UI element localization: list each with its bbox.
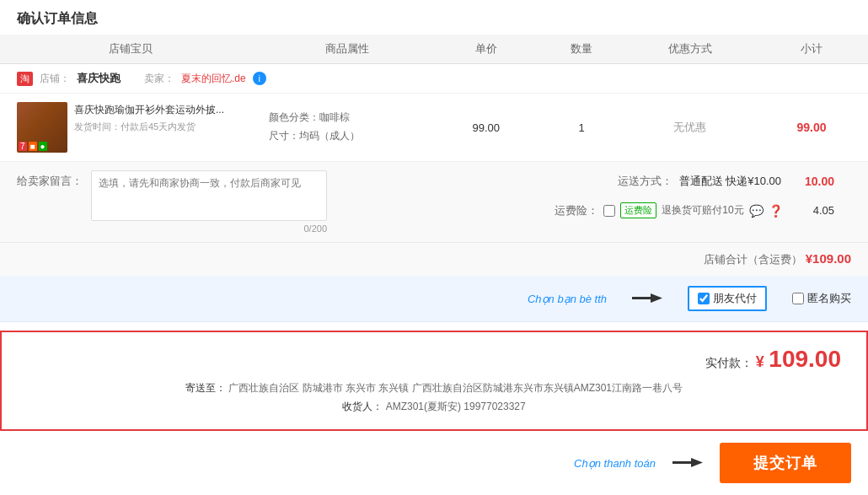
anon-checkbox[interactable] [792,293,804,304]
col-header-attrs: 商品属性 [260,35,434,64]
insurance-tag: 运费险 [620,202,656,218]
seller-name[interactable]: 夏末的回忆.de [181,72,246,86]
message-counter: 0/200 [91,223,327,234]
product-subtotal: 99.00 [755,94,868,162]
store-total-currency: ¥ [806,251,812,266]
shipping-price: 10.00 [805,175,834,188]
product-delivery: 发货时间：付款后45天内发货 [74,121,224,133]
store-total-price: 109.00 [812,251,851,266]
badge-green: ● [39,142,47,151]
product-attrs: 颜色分类：咖啡棕 尺寸：均码（成人） [260,109,434,145]
col-header-qty: 数量 [538,35,625,64]
shipping-options: 普通配送 快递¥10.00 [679,174,781,189]
help-icon[interactable]: ❓ [769,204,783,218]
product-row: 7 ■ ● 喜庆快跑瑜伽开衫外套运动外披... 发货时间：付款后45天内发货 颜… [0,94,868,162]
product-price: 99.00 [434,94,538,162]
store-total-row: 店铺合计（含运费） ¥109.00 [0,243,868,277]
insurance-price: 4.05 [813,204,834,217]
svg-rect-2 [672,461,693,464]
actual-amount: 109.00 [769,346,841,372]
col-header-product: 店铺宝贝 [0,35,260,64]
store-label: 店铺： [40,72,70,86]
col-header-discount: 优惠方式 [625,35,756,64]
friend-pay-option[interactable]: 朋友代付 [688,286,767,311]
actual-currency: ¥ [756,353,764,370]
submit-row: Chọn thanh toán 提交订单 [0,431,868,495]
product-discount: 无优惠 [625,94,756,162]
product-title: 喜庆快跑瑜伽开衫外套运动外披... [74,102,224,117]
page-title: 确认订单信息 [0,0,868,35]
product-image: 7 ■ ● [17,102,67,153]
store-name: 喜庆快跑 [77,71,121,86]
svg-marker-3 [691,458,703,467]
info-icon[interactable]: i [253,72,266,85]
submit-arrow-icon [672,455,703,471]
order-summary-box: 实付款： ¥ 109.00 寄送至： 广西壮族自治区 防城港市 东兴市 东兴镇 … [0,331,868,431]
col-header-price: 单价 [434,35,538,64]
anon-pay-option[interactable]: 匿名购买 [792,291,851,306]
insurance-desc: 退换货可赔付10元 [662,203,743,218]
message-shipping-row: 给卖家留言： 0/200 运送方式： 普通配送 快递¥10.00 10. [0,162,868,243]
shipping-label: 运送方式： [618,174,672,189]
col-header-subtotal: 小计 [755,35,868,64]
chon-thanh-toan-label: Chọn thanh toán [574,457,656,470]
friend-pay-label: 朋友代付 [713,291,757,306]
actual-label: 实付款： [705,356,753,369]
badge-orange: ■ [29,142,37,151]
anon-label: 匿名购买 [807,291,851,306]
friend-pay-checkbox[interactable] [698,293,710,304]
svg-rect-0 [632,297,652,299]
arrow-icon [632,290,662,307]
insurance-label: 运费险： [555,203,598,218]
payment-options-row: Chọn bạn bè tth 朋友代付 匿名购买 [0,276,868,322]
svg-marker-1 [651,293,662,303]
insurance-checkbox[interactable] [603,205,615,217]
store-total-label: 店铺合计（含运费） [704,253,802,266]
message-label: 给卖家留言： [17,170,83,189]
product-qty: 1 [538,94,625,162]
chon-ban-be-label: Chọn bạn bè tth [528,293,607,305]
chat-icon[interactable]: 💬 [749,204,764,218]
seller-label: 卖家： [144,72,174,86]
submit-button[interactable]: 提交订单 [720,443,851,483]
store-row: 淘 店铺： 喜庆快跑 卖家： 夏末的回忆.de i [0,64,868,94]
message-input[interactable] [91,170,327,221]
store-badge: 淘 [17,72,33,86]
shipping-address: 寄送至： 广西壮族自治区 防城港市 东兴市 东兴镇 广西壮族自治区防城港东兴市东… [27,379,841,416]
badge-7: 7 [19,142,27,151]
